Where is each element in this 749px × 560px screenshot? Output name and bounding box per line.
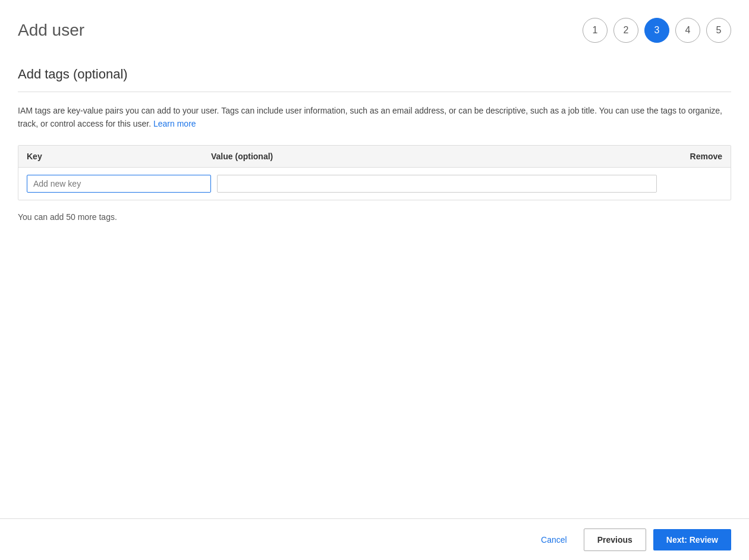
tag-key-input[interactable] [27,175,211,193]
tags-table: Key Value (optional) Remove [18,145,731,200]
col-key-header: Key [27,152,211,161]
step-1[interactable]: 1 [583,18,608,43]
step-indicators: 1 2 3 4 5 [583,18,731,43]
tags-table-header: Key Value (optional) Remove [18,146,731,168]
tag-value-input[interactable] [217,175,657,193]
header-row: Add user 1 2 3 4 5 [18,18,731,43]
col-value-header: Value (optional) [211,152,663,161]
tags-remaining: You can add 50 more tags. [18,210,731,224]
section-description: IAM tags are key-value pairs you can add… [18,104,731,131]
section-divider [18,92,731,92]
step-2[interactable]: 2 [613,18,638,43]
tags-table-row [18,168,731,200]
step-4[interactable]: 4 [675,18,700,43]
cancel-button[interactable]: Cancel [531,530,577,549]
page-title: Add user [18,21,84,40]
learn-more-link[interactable]: Learn more [153,119,196,128]
next-button[interactable]: Next: Review [653,529,731,550]
section-title: Add tags (optional) [18,67,731,82]
step-3[interactable]: 3 [644,18,669,43]
previous-button[interactable]: Previous [584,528,646,551]
col-remove-header: Remove [663,152,722,161]
footer-bar: Cancel Previous Next: Review [0,518,749,560]
step-5[interactable]: 5 [706,18,731,43]
